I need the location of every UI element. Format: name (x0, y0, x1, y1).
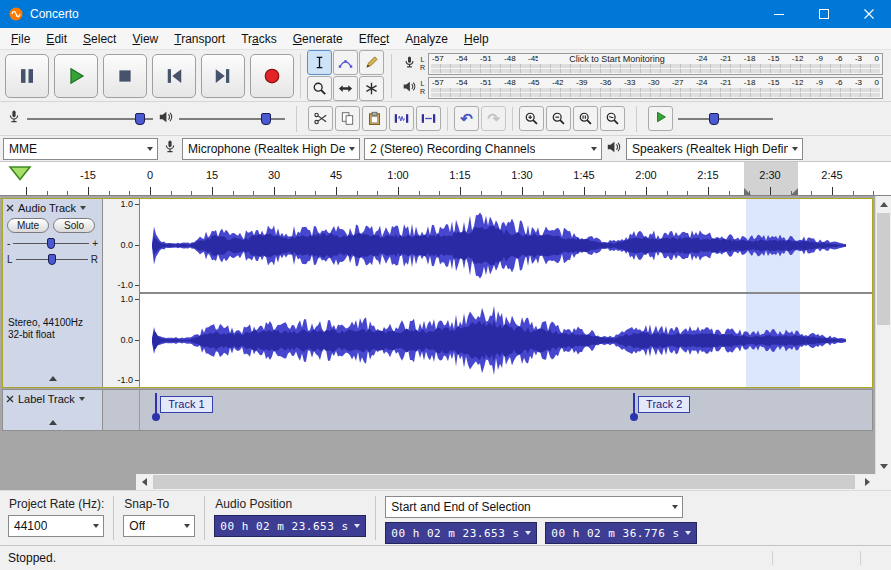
fit-selection-button[interactable] (573, 106, 598, 131)
play-button[interactable] (54, 54, 98, 98)
draw-tool-button[interactable] (359, 50, 384, 75)
silence-audio-button[interactable] (416, 106, 441, 131)
menu-item-effect[interactable]: Effect (351, 29, 397, 49)
track-title[interactable]: Audio Track (18, 202, 76, 214)
scroll-left-button[interactable] (136, 474, 152, 490)
selection-mode-combo[interactable]: Start and End of Selection (385, 496, 683, 518)
selection-end-field[interactable]: 00 h 02 m 36.776 s (545, 522, 697, 544)
copy-button[interactable] (335, 106, 360, 131)
zoom-in-button[interactable] (519, 106, 544, 131)
timeline-ruler[interactable]: -1501530451:001:151:301:452:002:152:302:… (0, 162, 891, 196)
solo-button[interactable]: Solo (53, 218, 95, 233)
close-button[interactable] (846, 0, 891, 28)
meter-scale-value: -9 (816, 78, 823, 87)
waveform-area[interactable] (140, 199, 872, 387)
playback-meter[interactable]: L R -57-54-51-48-45-42-39-36-33-30-27-24… (402, 77, 883, 99)
recording-meter[interactable]: L R -57-54-51-48-45-42-39-36-33-30-27-24… (402, 53, 883, 75)
minimize-button[interactable] (756, 0, 801, 28)
selection-end-handle[interactable] (791, 188, 798, 195)
input-volume-thumb[interactable] (135, 113, 145, 125)
track-menu-icon[interactable] (80, 206, 86, 210)
redo-button[interactable]: ↷ (481, 106, 506, 131)
label-text[interactable]: Track 1 (160, 396, 212, 413)
multi-tool-button[interactable] (359, 76, 384, 101)
collapse-track-button[interactable] (7, 416, 98, 428)
track-format-line1: Stereo, 44100Hz (8, 317, 83, 329)
output-volume-icon-glyph (158, 109, 174, 125)
recording-meter-body[interactable]: -57-54-51-48-45-42-39-36-33-30-27-24-21-… (428, 53, 883, 75)
gain-thumb[interactable] (47, 238, 55, 249)
fit-project-button[interactable] (600, 106, 625, 131)
gain-min-label: - (7, 238, 10, 249)
zoom-out-button[interactable] (546, 106, 571, 131)
timeshift-tool-button[interactable] (333, 76, 358, 101)
label-text[interactable]: Track 2 (638, 396, 690, 413)
play-at-speed-button[interactable] (648, 106, 673, 131)
gain-slider[interactable] (13, 237, 89, 250)
skip-to-end-button[interactable] (201, 54, 245, 98)
output-volume-slider[interactable] (179, 112, 285, 126)
menu-item-edit[interactable]: Edit (38, 29, 75, 49)
menu-item-select[interactable]: Select (75, 29, 124, 49)
ruler-tick (584, 187, 585, 195)
play-speed-thumb[interactable] (709, 113, 719, 125)
selection-mode-value: Start and End of Selection (391, 500, 530, 514)
ruler-tick (543, 191, 544, 195)
scroll-down-button[interactable] (876, 458, 891, 474)
label-track-title[interactable]: Label Track (18, 393, 75, 405)
zoom-tool-button[interactable] (307, 76, 332, 101)
menu-item-transport[interactable]: Transport (166, 29, 233, 49)
playback-device-combo[interactable]: Speakers (Realtek High Definiti (626, 138, 803, 160)
pause-icon (17, 66, 37, 86)
close-track-icon[interactable] (6, 202, 14, 214)
play-pointer-icon[interactable] (8, 166, 32, 181)
scroll-up-button[interactable] (876, 196, 891, 212)
vertical-scale-label: 0.0 (120, 336, 133, 345)
stop-button[interactable] (103, 54, 147, 98)
label-marker[interactable] (155, 393, 157, 418)
close-track-icon[interactable] (6, 392, 14, 406)
undo-button[interactable]: ↶ (454, 106, 479, 131)
audio-host-combo[interactable]: MME (3, 138, 158, 160)
menu-item-generate[interactable]: Generate (285, 29, 351, 49)
menu-item-file[interactable]: File (3, 29, 38, 49)
horizontal-scrollbar[interactable] (136, 474, 875, 490)
pan-thumb[interactable] (48, 254, 56, 265)
input-volume-slider[interactable] (27, 112, 153, 126)
menu-item-analyze[interactable]: Analyze (397, 29, 456, 49)
recording-device-combo[interactable]: Microphone (Realtek High Defini (182, 138, 360, 160)
trim-audio-button[interactable] (389, 106, 414, 131)
snap-to-combo[interactable]: Off (123, 515, 195, 537)
track-menu-icon[interactable] (79, 397, 85, 401)
paste-button[interactable] (362, 106, 387, 131)
recording-channels-combo[interactable]: 2 (Stereo) Recording Channels (364, 138, 602, 160)
maximize-button[interactable] (801, 0, 846, 28)
envelope-tool-button[interactable] (333, 50, 358, 75)
collapse-track-button[interactable] (7, 372, 98, 385)
record-button[interactable] (250, 54, 294, 98)
audio-position-field[interactable]: 00 h 02 m 23.653 s (214, 515, 366, 537)
menu-item-tracks[interactable]: Tracks (233, 29, 285, 49)
menu-item-view[interactable]: View (124, 29, 166, 49)
project-rate-combo[interactable]: 44100 (8, 515, 104, 537)
vertical-scroll-thumb[interactable] (877, 213, 890, 325)
mute-button[interactable]: Mute (7, 218, 49, 233)
label-track-content[interactable]: Track 1Track 2 (140, 390, 872, 430)
skip-to-start-button[interactable] (152, 54, 196, 98)
playback-meter-body[interactable]: -57-54-51-48-45-42-39-36-33-30-27-24-21-… (428, 77, 883, 99)
selection-tool-button[interactable] (307, 50, 332, 75)
output-volume-thumb[interactable] (261, 113, 271, 125)
vertical-scrollbar[interactable] (875, 196, 891, 474)
cut-button[interactable] (308, 106, 333, 131)
menu-item-help[interactable]: Help (456, 29, 497, 49)
pause-button[interactable] (5, 54, 49, 98)
selection-start-field[interactable]: 00 h 02 m 23.653 s (385, 522, 537, 544)
horizontal-scroll-thumb[interactable] (153, 475, 855, 489)
trim-audio-icon (394, 111, 409, 126)
monitoring-message[interactable]: Click to Start Monitoring (538, 54, 697, 64)
scroll-right-button[interactable] (859, 474, 875, 490)
play-speed-slider[interactable] (678, 112, 773, 126)
toolbar-row-1: L R -57-54-51-48-45-42-39-36-33-30-27-24… (0, 50, 891, 102)
pan-slider[interactable] (16, 253, 88, 266)
label-marker[interactable] (633, 393, 635, 418)
